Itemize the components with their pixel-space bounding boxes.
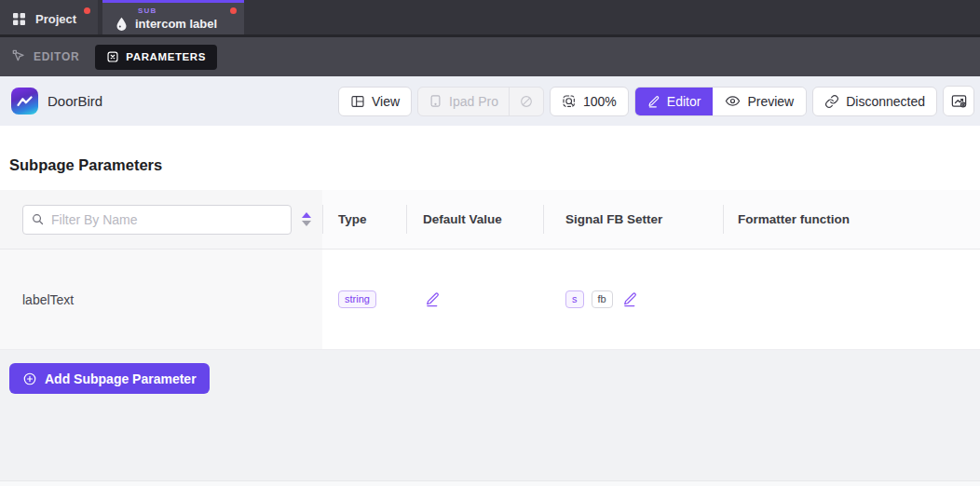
plus-circle-icon <box>22 371 37 386</box>
parameters-table: Type Default Value Signal FB Setter Form… <box>0 190 980 350</box>
filter-cell <box>0 190 322 249</box>
view-layout-icon <box>350 94 365 109</box>
zoom-level: 100% <box>583 94 617 109</box>
droplet-icon <box>116 17 128 31</box>
view-button-label: View <box>372 94 400 109</box>
image-settings-button[interactable] <box>943 86 974 116</box>
sort-toggle[interactable] <box>300 210 313 228</box>
table-header-row: Type Default Value Signal FB Setter Form… <box>0 190 980 250</box>
formatter-function-cell <box>723 250 980 349</box>
edit-icon <box>425 291 441 307</box>
rotate-device-button[interactable] <box>510 88 543 115</box>
toolbar-controls: View Ipad Pro <box>338 86 974 116</box>
view-button[interactable]: View <box>338 87 412 116</box>
subpage-type-badge: SUB <box>138 7 157 15</box>
mode-editor-label: EDITOR <box>34 50 79 63</box>
edit-signal-button[interactable] <box>620 290 640 309</box>
image-settings-icon <box>950 92 968 110</box>
tab-intercom-label[interactable]: SUB intercom label <box>102 0 244 37</box>
notification-dot <box>84 7 90 14</box>
tablet-icon <box>429 94 442 108</box>
column-header-formatter-function: Formatter function <box>723 190 980 249</box>
mode-parameters[interactable]: PARAMETERS <box>95 45 217 70</box>
sort-desc-icon <box>302 221 311 226</box>
tab-project[interactable]: Project <box>0 0 98 37</box>
editor-mode-button[interactable]: Editor <box>635 88 714 115</box>
page-title: Subpage Parameters <box>0 126 980 190</box>
horizontal-scrollbar-track[interactable] <box>0 480 980 486</box>
edit-icon <box>622 291 638 307</box>
zoom-fit-icon <box>562 94 577 109</box>
feedback-badge: fb <box>592 290 613 309</box>
signal-fb-setter-cell: s fb <box>543 250 723 349</box>
add-subpage-parameter-label: Add Subpage Parameter <box>45 371 197 386</box>
project-name: DoorBird <box>48 93 102 109</box>
mode-bar: EDITOR PARAMETERS <box>0 37 980 76</box>
filter-field <box>22 205 292 235</box>
window-tab-bar: Project SUB intercom label <box>0 0 980 37</box>
eye-icon <box>725 93 741 109</box>
preview-mode-label: Preview <box>747 94 794 109</box>
column-header-default-value: Default Value <box>406 190 543 249</box>
column-header-signal-fb-setter: Signal FB Setter <box>543 190 723 249</box>
parameter-name-cell: labelText <box>0 250 322 349</box>
device-button[interactable]: Ipad Pro <box>418 88 509 115</box>
connection-button[interactable]: Disconnected <box>812 87 937 116</box>
zoom-button[interactable]: 100% <box>550 87 629 116</box>
grid-icon <box>12 12 26 26</box>
app-toolbar: DoorBird View Ipad Pro <box>0 76 980 126</box>
rotate-device-icon <box>519 94 534 109</box>
add-subpage-parameter-button[interactable]: Add Subpage Parameter <box>9 363 210 394</box>
footer-area: Add Subpage Parameter <box>0 350 980 486</box>
mode-editor[interactable]: EDITOR <box>12 49 79 64</box>
table-row: labelText string <box>0 250 980 350</box>
editor-preview-toggle: Editor Preview <box>634 87 807 116</box>
filter-input[interactable] <box>22 205 292 235</box>
column-header-type: Type <box>322 190 406 249</box>
brand: DoorBird <box>11 88 102 115</box>
device-selector: Ipad Pro <box>417 87 544 116</box>
tab-project-label: Project <box>35 12 76 26</box>
connection-label: Disconnected <box>846 94 925 109</box>
variable-icon <box>106 50 119 63</box>
mode-parameters-label: PARAMETERS <box>126 51 206 62</box>
device-label: Ipad Pro <box>449 94 498 109</box>
edit-default-value-button[interactable] <box>423 290 442 309</box>
pencil-icon <box>647 95 660 108</box>
type-cell: string <box>322 250 406 349</box>
tab-intercom-label-text: intercom label <box>135 17 217 31</box>
type-badge: string <box>338 290 376 309</box>
sort-asc-icon <box>302 212 311 218</box>
header-columns: Type Default Value Signal FB Setter Form… <box>322 190 980 249</box>
preview-mode-button[interactable]: Preview <box>713 88 806 115</box>
search-icon <box>31 212 45 226</box>
link-icon <box>824 94 839 109</box>
vector-editor-icon <box>12 49 27 64</box>
editor-mode-label: Editor <box>667 94 701 109</box>
signal-badge: s <box>565 290 584 309</box>
app-logo-icon <box>11 88 38 115</box>
notification-dot <box>230 7 237 14</box>
row-columns: string s fb <box>322 250 980 349</box>
default-value-cell <box>406 250 543 349</box>
parameters-panel: Subpage Parameters <box>0 126 980 350</box>
